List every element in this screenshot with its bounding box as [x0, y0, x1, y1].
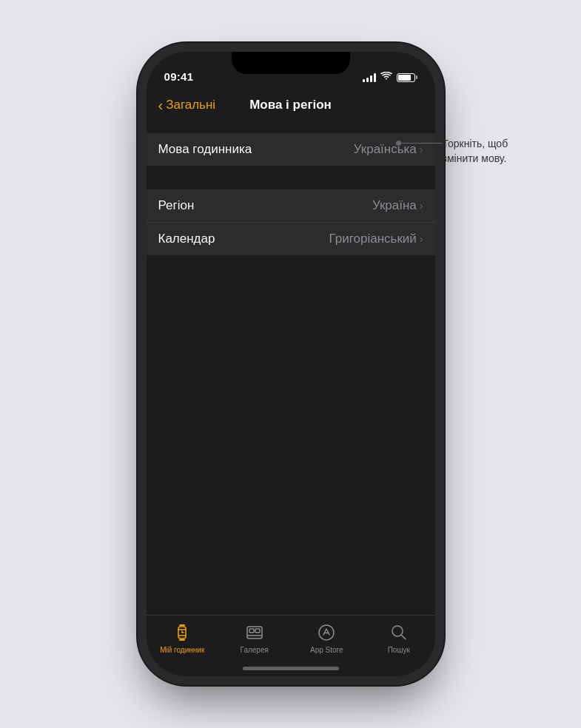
svg-point-13 — [392, 626, 403, 636]
calendar-row[interactable]: Календар Григоріанський › — [147, 223, 435, 255]
phone-frame: 09:41 — [147, 52, 435, 676]
calendar-value: Григоріанський — [329, 232, 416, 246]
home-indicator — [243, 667, 339, 670]
svg-rect-9 — [255, 629, 260, 633]
language-value-container: Українська › — [354, 142, 423, 157]
region-group: Регіон Україна › Календар Григоріанський… — [147, 189, 435, 255]
wifi-icon — [380, 72, 392, 83]
chevron-right-icon: › — [420, 200, 423, 212]
tab-app-store[interactable]: App Store — [291, 621, 363, 654]
chevron-right-icon: › — [420, 144, 423, 155]
region-section: Регіон Україна › Календар Григоріанський… — [147, 189, 435, 255]
tab-gallery-label: Галерея — [241, 646, 269, 654]
tab-my-watch-label: Мій годинник — [160, 646, 204, 654]
chevron-right-icon: › — [420, 233, 423, 245]
tab-gallery[interactable]: Галерея — [218, 621, 291, 654]
battery-icon — [397, 73, 417, 82]
region-value: Україна — [372, 198, 417, 213]
signal-icon — [363, 73, 376, 82]
language-row[interactable]: Мова годинника Українська › — [147, 133, 435, 166]
language-group: Мова годинника Українська › — [147, 133, 435, 166]
svg-line-14 — [401, 636, 406, 640]
tab-app-store-label: App Store — [310, 646, 343, 654]
page-title: Мова і регіон — [249, 98, 332, 112]
tab-search-label: Пошук — [388, 646, 410, 654]
spacer — [147, 166, 435, 178]
back-label: Загальні — [166, 98, 215, 112]
gallery-icon — [244, 621, 266, 644]
status-icons — [363, 72, 417, 83]
nav-bar: ‹ Загальні Мова і регіон — [147, 89, 435, 121]
annotation-line — [398, 143, 443, 144]
region-value-container: Україна › — [372, 198, 423, 213]
status-time: 09:41 — [164, 70, 194, 83]
my-watch-icon — [171, 621, 193, 644]
language-value: Українська — [354, 142, 417, 157]
content-area: Мова годинника Українська › Регіон Украї… — [147, 121, 435, 615]
svg-rect-8 — [249, 629, 254, 633]
search-icon — [388, 621, 410, 644]
annotation: Торкніть, щоб змінити мову. — [443, 137, 539, 166]
app-store-icon — [315, 621, 337, 644]
notch — [232, 52, 350, 74]
language-label: Мова годинника — [158, 142, 252, 157]
language-section: Мова годинника Українська › — [147, 133, 435, 166]
calendar-value-container: Григоріанський › — [329, 232, 423, 246]
chevron-left-icon: ‹ — [158, 98, 164, 112]
tab-my-watch[interactable]: Мій годинник — [147, 621, 219, 654]
back-button[interactable]: ‹ Загальні — [158, 98, 216, 112]
calendar-label: Календар — [158, 232, 215, 246]
region-label: Регіон — [158, 198, 195, 213]
annotation-text: Торкніть, щоб змінити мову. — [443, 138, 508, 164]
tab-search[interactable]: Пошук — [363, 621, 435, 654]
region-row[interactable]: Регіон Україна › — [147, 189, 435, 223]
